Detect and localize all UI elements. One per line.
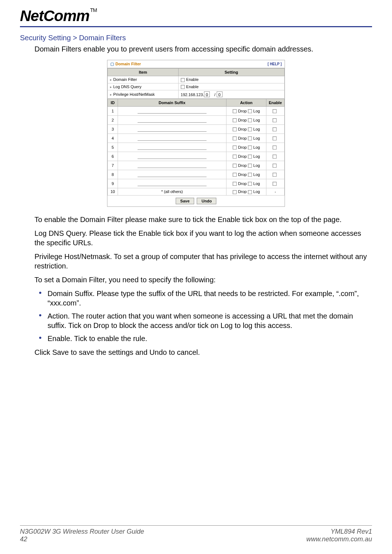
arrow-icon: ▸	[110, 78, 112, 82]
ip-octet-input[interactable]: 0	[204, 91, 210, 97]
drop-label: Drop	[238, 154, 248, 159]
log-checkbox[interactable]	[248, 155, 252, 159]
table-row: 1Drop Log	[108, 107, 285, 116]
rule-suffix-cell	[118, 125, 226, 134]
log-label: Log	[253, 189, 260, 194]
domain-suffix-input[interactable]	[138, 153, 207, 159]
drop-label: Drop	[238, 172, 248, 177]
rule-enable-checkbox[interactable]	[273, 109, 277, 113]
log-dns-enable-cell: Enable	[178, 83, 284, 90]
bullet-enable: Enable. Tick to enable the rule.	[34, 334, 372, 343]
rule-action-cell: Drop Log	[226, 134, 266, 143]
log-checkbox[interactable]	[248, 164, 252, 168]
domain-suffix-input[interactable]	[138, 144, 207, 150]
domain-suffix-input[interactable]	[138, 126, 207, 132]
rule-action-cell: Drop Log	[226, 107, 266, 116]
log-checkbox[interactable]	[248, 109, 252, 113]
bullet-action: Action. The router action that you want …	[34, 311, 372, 330]
rule-action-cell: Drop Log	[226, 152, 266, 161]
drop-checkbox[interactable]	[233, 109, 237, 113]
rule-enable-checkbox[interactable]	[273, 182, 277, 186]
rule-enable-checkbox[interactable]	[273, 127, 277, 131]
breadcrumb: Security Setting > Domain Filters	[20, 34, 372, 42]
logo-tm: TM	[90, 7, 97, 13]
drop-checkbox[interactable]	[233, 118, 237, 122]
drop-label: Drop	[238, 109, 248, 113]
col-action: Action	[226, 99, 266, 107]
log-checkbox[interactable]	[248, 190, 252, 194]
footer-page: 42	[20, 535, 144, 543]
drop-label: Drop	[238, 163, 248, 168]
domain-suffix-input[interactable]	[138, 135, 207, 141]
drop-checkbox[interactable]	[233, 173, 237, 177]
table-row: 3Drop Log	[108, 125, 285, 134]
body-text: To enable the Domain Filter please make …	[34, 215, 372, 357]
rule-enable-cell	[266, 161, 285, 170]
row-log-dns: ▸Log DNS Query	[108, 83, 179, 90]
rule-suffix-cell	[118, 179, 226, 188]
rule-suffix-cell	[118, 116, 226, 125]
log-dns-enable-checkbox[interactable]	[181, 85, 185, 89]
enable-label: Enable	[186, 77, 199, 82]
log-checkbox[interactable]	[248, 182, 252, 186]
rule-suffix-cell	[118, 134, 226, 143]
footer-url: www.netcomm.com.au	[306, 535, 372, 543]
para-save: Click Save to save the settings and Undo…	[34, 348, 372, 357]
drop-checkbox[interactable]	[233, 182, 237, 186]
netmask-input[interactable]: 0	[217, 91, 222, 97]
footer-rev: YML894 Rev1	[306, 528, 372, 535]
rule-enable-checkbox[interactable]	[273, 136, 277, 140]
rule-enable-checkbox[interactable]	[273, 118, 277, 122]
help-link[interactable]: [ HELP ]	[268, 62, 282, 66]
domain-suffix-input[interactable]	[138, 180, 207, 186]
rule-id: 6	[108, 152, 118, 161]
rule-action-cell: Drop Log	[226, 116, 266, 125]
log-checkbox[interactable]	[248, 145, 252, 149]
log-label: Log	[253, 145, 260, 149]
log-checkbox[interactable]	[248, 127, 252, 131]
rule-suffix-cell	[118, 161, 226, 170]
rule-enable-checkbox[interactable]	[273, 145, 277, 149]
drop-checkbox[interactable]	[233, 155, 237, 159]
rule-enable-checkbox[interactable]	[273, 155, 277, 159]
log-label: Log	[253, 154, 260, 159]
drop-checkbox[interactable]	[233, 145, 237, 149]
drop-checkbox[interactable]	[233, 190, 237, 194]
save-button[interactable]: Save	[176, 198, 195, 204]
rule-action-cell: Drop Log	[226, 161, 266, 170]
para-logdns: Log DNS Query. Please tick the Enable ti…	[34, 229, 372, 247]
log-checkbox[interactable]	[248, 118, 252, 122]
rule-suffix-cell	[118, 170, 226, 179]
para-enable: To enable the Domain Filter please make …	[34, 215, 372, 224]
table-row: 9Drop Log	[108, 179, 285, 188]
domain-suffix-input[interactable]	[138, 162, 207, 168]
rule-enable-checkbox[interactable]	[273, 173, 277, 177]
panel-title: ▢Domain Filter	[110, 62, 141, 66]
undo-button[interactable]: Undo	[197, 198, 216, 204]
rule-action-cell: Drop Log	[226, 125, 266, 134]
rule-action-cell: Drop Log	[226, 170, 266, 179]
domain-suffix-input[interactable]	[138, 108, 207, 114]
panel-title-text: Domain Filter	[115, 62, 141, 66]
drop-checkbox[interactable]	[233, 127, 237, 131]
log-checkbox[interactable]	[248, 136, 252, 140]
domain-suffix-input[interactable]	[138, 117, 207, 123]
log-checkbox[interactable]	[248, 173, 252, 177]
domain-suffix-input[interactable]	[138, 171, 207, 177]
drop-checkbox[interactable]	[233, 164, 237, 168]
table-row: 6Drop Log	[108, 152, 285, 161]
log-label: Log	[253, 163, 260, 168]
rule-enable-cell	[266, 170, 285, 179]
logo-text: NetComm	[20, 7, 89, 24]
folder-icon: ▢	[110, 62, 114, 66]
drop-checkbox[interactable]	[233, 136, 237, 140]
rule-enable-cell	[266, 116, 285, 125]
rule-enable-checkbox[interactable]	[273, 164, 277, 168]
mask-sep: /	[214, 93, 215, 97]
para-specify: To set a Domain Filter, you need to spec…	[34, 275, 372, 284]
domain-filter-enable-checkbox[interactable]	[181, 78, 185, 82]
domain-filter-enable-cell: Enable	[178, 76, 284, 83]
brand-logo: NetCommTM	[20, 7, 372, 25]
col-id: ID	[108, 99, 118, 107]
col-suffix: Domain Suffix	[118, 99, 226, 107]
